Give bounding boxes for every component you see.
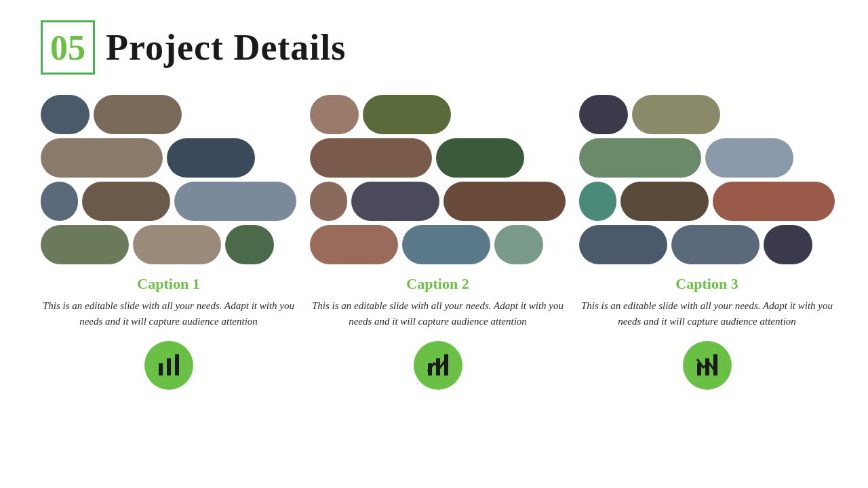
caption-title-2: Caption 2 [406,275,469,293]
header: 05 Project Details [41,20,827,75]
image-block [764,225,812,264]
image-block [225,225,274,264]
mosaic-row [41,225,296,264]
svg-rect-8 [713,354,717,376]
svg-rect-7 [705,359,709,376]
caption-text-1: This is an editable slide with all your … [41,298,296,329]
image-block [310,138,432,178]
columns-container: Caption 1 This is an editable slide with… [41,95,827,390]
icon-circle-3[interactable] [683,341,732,390]
image-block [494,225,543,264]
icon-circle-1[interactable] [144,341,193,390]
image-block [351,182,439,221]
svg-rect-5 [444,354,448,376]
image-block [363,95,451,134]
mosaic-row [579,95,835,134]
column-2: Caption 2 This is an editable slide with… [310,95,566,390]
mosaic-row [579,225,835,264]
image-block [133,225,221,264]
mosaic-row [41,95,296,134]
mosaic-row [579,182,835,221]
image-block [41,182,78,221]
image-block [579,138,701,178]
mosaic-3 [579,95,835,264]
chart-down-icon [695,353,719,378]
image-block [579,95,628,134]
icon-circle-2[interactable] [414,341,462,390]
number-box: 05 [41,20,95,75]
svg-rect-1 [167,359,171,376]
mosaic-row [41,138,296,178]
image-block [310,182,347,221]
image-block [436,138,524,178]
page: 05 Project Details [0,0,868,488]
image-block [402,225,490,264]
image-block [579,225,667,264]
caption-text-2: This is an editable slide with all your … [310,298,566,329]
image-block [174,182,296,221]
mosaic-row [310,225,566,264]
bar-chart-icon [157,353,181,378]
caption-title-1: Caption 1 [137,275,199,293]
image-block [443,182,566,221]
image-block [705,138,793,178]
image-block [167,138,255,178]
caption-title-3: Caption 3 [675,275,738,293]
mosaic-1 [41,95,296,264]
mosaic-row [310,95,566,134]
page-title: Project Details [106,26,346,68]
image-block [620,182,709,221]
column-1: Caption 1 This is an editable slide with… [41,95,296,390]
mosaic-row [310,138,566,178]
caption-text-3: This is an editable slide with all your … [579,298,835,329]
trending-chart-icon [426,353,450,378]
image-block [41,95,90,134]
mosaic-row [310,182,566,221]
mosaic-row [579,138,835,178]
svg-rect-0 [159,363,163,375]
mosaic-2 [310,95,566,264]
image-block [713,182,835,221]
image-block [41,225,129,264]
image-block [82,182,170,221]
image-block [41,138,163,178]
image-block [94,95,182,134]
image-block [310,95,359,134]
slide-number: 05 [50,28,85,68]
image-block [632,95,720,134]
image-block [579,182,616,221]
column-3: Caption 3 This is an editable slide with… [579,95,835,390]
svg-rect-2 [175,354,179,376]
image-block [310,225,398,264]
mosaic-row [41,182,296,221]
image-block [671,225,760,264]
